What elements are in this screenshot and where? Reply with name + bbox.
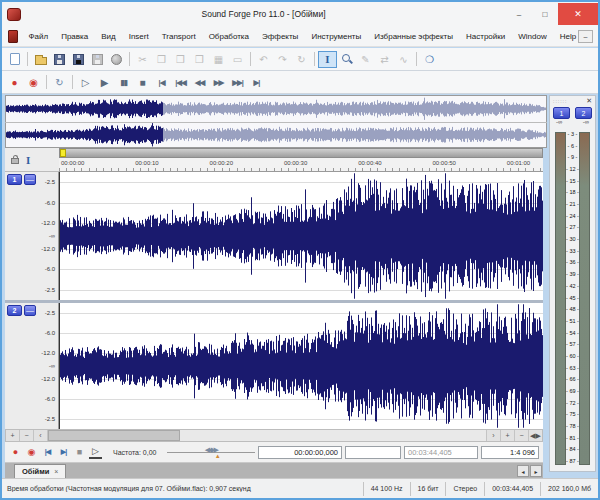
loop-playback-button[interactable]: ↻ — [50, 74, 69, 91]
rate-slider[interactable]: ◀◆▶ ▲ — [167, 445, 255, 460]
paste-special-button[interactable]: ❒ — [190, 51, 209, 68]
menu-item-обработка[interactable]: Обработка — [202, 26, 255, 46]
time-field-2[interactable] — [345, 446, 401, 459]
menu-item-window[interactable]: Window — [512, 26, 553, 46]
rewind-button[interactable]: ◀◀ — [190, 74, 209, 91]
pencil-tool-button[interactable]: ✎ — [356, 51, 375, 68]
skip-forward-button[interactable]: ▶| — [57, 445, 70, 460]
arm-record-icon: ◉ — [28, 447, 36, 457]
scroll-track[interactable] — [48, 430, 486, 441]
arm-record-button[interactable]: ◉ — [25, 445, 38, 460]
previous-marker-icon: |◀◀ — [175, 78, 186, 87]
meter-channel-1-button[interactable]: 1 — [553, 107, 570, 119]
magnify-tool-button[interactable] — [337, 51, 356, 68]
time-ruler[interactable]: 00:00:0000:00:1000:00:2000:00:3000:00:40… — [59, 158, 543, 172]
scroll-right-button[interactable]: › — [486, 430, 500, 441]
meter-channel-2-button[interactable]: 2 — [575, 107, 592, 119]
tab-obiymy[interactable]: Обійми × — [14, 464, 66, 478]
record-button[interactable]: ● — [9, 445, 22, 460]
next-marker-button[interactable]: ▶▶| — [228, 74, 247, 91]
menu-item-правка[interactable]: Правка — [55, 26, 95, 46]
scroll-zoom-fit-button[interactable]: ◀▶ — [528, 430, 542, 441]
ruler-label: 00:00:20 — [210, 160, 233, 166]
channel-2-waveform[interactable] — [59, 303, 543, 429]
play-all-button[interactable]: ▷ — [76, 74, 95, 91]
menu-item-настройки[interactable]: Настройки — [460, 26, 512, 46]
minimize-button[interactable]: – — [506, 3, 532, 25]
edit-tool-button[interactable]: I — [318, 51, 337, 68]
edit-cursor-icon[interactable]: I — [26, 154, 30, 166]
meter-tick: 42 — [566, 283, 579, 289]
scroll-zoom-out-2-button[interactable]: − — [514, 430, 528, 441]
menu-item-избранные-эффекты[interactable]: Избранные эффекты — [368, 26, 460, 46]
menu-item-инструменты[interactable]: Инструменты — [305, 26, 368, 46]
menu-item-файл[interactable]: Файл — [22, 26, 55, 46]
channel-1-waveform[interactable] — [59, 172, 543, 300]
toolbar-separator — [250, 52, 251, 66]
envelope-tool-icon: ∿ — [399, 54, 407, 65]
paste-button[interactable]: ❒ — [171, 51, 190, 68]
previous-marker-button[interactable]: |◀◀ — [171, 74, 190, 91]
time-field-3[interactable]: 00:03:44,405 — [404, 446, 478, 459]
skip-back-button[interactable]: |◀ — [41, 445, 54, 460]
time-field-4[interactable]: 1:4 096 — [481, 446, 539, 459]
play-button[interactable]: ▶ — [95, 74, 114, 91]
channel-1-minimize-button[interactable]: — — [24, 174, 36, 185]
arm-record-button[interactable]: ◉ — [24, 74, 43, 91]
status-cell-2: 16 бит — [410, 482, 446, 496]
meter-bar-left — [555, 132, 566, 465]
scroll-zoom-in-button[interactable]: + — [6, 430, 20, 441]
time-field-1[interactable]: 00:00:00,000 — [258, 446, 342, 459]
mdi-minimize-button[interactable]: – — [578, 30, 593, 43]
open-file-button[interactable] — [31, 51, 50, 68]
play-normal-button[interactable]: ▷ — [89, 446, 102, 459]
meters-close-icon[interactable]: ✕ — [586, 97, 592, 105]
new-file-button[interactable] — [5, 51, 24, 68]
stop-button[interactable]: ■ — [73, 445, 86, 460]
record-button[interactable]: ● — [5, 74, 24, 91]
panel-grip-icon[interactable]: :::::: — [553, 98, 567, 104]
save-button[interactable] — [50, 51, 69, 68]
repeat-button[interactable]: ↻ — [292, 51, 311, 68]
forward-button[interactable]: ▶▶ — [209, 74, 228, 91]
scroll-zoom-out-button[interactable]: − — [20, 430, 34, 441]
stop-button[interactable]: ■ — [133, 74, 152, 91]
touch-tool-button[interactable]: ❍ — [420, 51, 439, 68]
tab-scroll-right-button[interactable]: ▸ — [530, 465, 542, 477]
close-button[interactable]: ✕ — [558, 3, 598, 25]
undo-button[interactable]: ↶ — [254, 51, 273, 68]
cut-button[interactable]: ✂ — [133, 51, 152, 68]
menu-item-transport[interactable]: Transport — [155, 26, 202, 46]
tab-scroll-left-button[interactable]: ◂ — [517, 465, 529, 477]
go-to-start-button[interactable]: |◀ — [152, 74, 171, 91]
meter-tick: 69 — [566, 388, 579, 394]
scroll-thumb[interactable] — [48, 430, 180, 441]
loop-region-bar[interactable] — [59, 148, 543, 158]
maximize-button[interactable]: □ — [532, 3, 558, 25]
channel-1-button[interactable]: 1 — [7, 174, 22, 185]
redo-button[interactable]: ↷ — [273, 51, 292, 68]
save-as-button[interactable] — [69, 51, 88, 68]
menu-item-insert[interactable]: Insert — [122, 26, 155, 46]
go-to-end-button[interactable]: ▶| — [247, 74, 266, 91]
channel-2-button[interactable]: 2 — [7, 305, 22, 316]
trim-button[interactable]: ▭ — [228, 51, 247, 68]
envelope-tool-button[interactable]: ∿ — [394, 51, 413, 68]
render-as-button[interactable] — [107, 51, 126, 68]
copy-button[interactable]: ❐ — [152, 51, 171, 68]
meter-tick: 78 — [566, 423, 579, 429]
ruler-label: 00:00:10 — [135, 160, 158, 166]
channel-2-minimize-button[interactable]: — — [24, 305, 36, 316]
scroll-left-button[interactable]: ‹ — [34, 430, 48, 441]
pause-button[interactable]: ▮▮ — [114, 74, 133, 91]
tab-close-icon[interactable]: × — [54, 468, 58, 475]
event-tool-button[interactable]: ⇄ — [375, 51, 394, 68]
save-all-button[interactable] — [88, 51, 107, 68]
menu-item-вид[interactable]: Вид — [95, 26, 122, 46]
mix-button[interactable]: ▦ — [209, 51, 228, 68]
menu-item-эффекты[interactable]: Эффекты — [256, 26, 305, 46]
overview-waveform[interactable] — [5, 95, 547, 148]
lock-icon[interactable] — [11, 158, 19, 164]
scroll-zoom-in-2-button[interactable]: + — [500, 430, 514, 441]
cursor-marker[interactable] — [60, 149, 66, 157]
